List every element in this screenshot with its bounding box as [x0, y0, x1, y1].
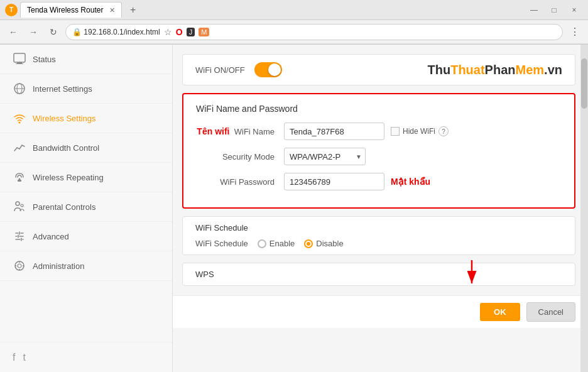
brand-mem: Mem [516, 63, 545, 77]
sidebar-item-status[interactable]: Status [0, 45, 172, 74]
repeating-icon [13, 170, 26, 184]
sidebar-footer: f t [0, 342, 172, 372]
scrollbar[interactable] [580, 45, 588, 372]
twitter-icon[interactable]: t [23, 352, 25, 363]
facebook-icon[interactable]: f [13, 352, 15, 363]
star-icon[interactable]: ☆ [164, 27, 172, 37]
back-button[interactable]: ← [5, 24, 21, 40]
ten-wifi-label: Tên wifi [197, 126, 229, 136]
sidebar-item-advanced[interactable]: Advanced [0, 222, 172, 251]
sidebar-label-parental: Parental Controls [33, 202, 95, 212]
close-button[interactable]: × [565, 4, 583, 16]
svg-rect-1 [17, 62, 22, 63]
new-tab-button[interactable]: + [124, 1, 142, 19]
title-bar: T Tenda Wireless Router × + — □ × [0, 0, 588, 20]
maximize-button[interactable]: □ [545, 4, 563, 16]
wifi-toggle-switch[interactable] [254, 62, 282, 77]
sidebar-item-internet[interactable]: Internet Settings [0, 74, 172, 104]
wifi-name-sublabel: WiFi Name [234, 127, 275, 136]
wifi-toggle-row: WiFi ON/OFF ThuThuatPhanMem.vn [182, 54, 575, 85]
sidebar-label-status: Status [33, 55, 56, 64]
admin-icon [13, 259, 26, 273]
svg-point-9 [16, 202, 19, 205]
wifi-password-label: WiFi Password [196, 177, 284, 187]
schedule-label: WiFi Schedule [195, 239, 248, 248]
brand-thu: Thu [428, 63, 451, 77]
wifi-name-row: Tên wifi WiFi Name Hide WiFi ? [196, 123, 562, 140]
sidebar-label-wireless: Wireless Settings [33, 114, 95, 123]
internet-icon [13, 82, 26, 96]
security-mode-label: Security Mode [196, 152, 284, 161]
nav-bar: ← → ↻ 🔒 192.168.0.1/index.html ☆ O J M ⋮ [0, 20, 588, 44]
wifi-password-row: WiFi Password Mật khẩu [196, 173, 562, 190]
enable-radio[interactable] [258, 239, 266, 248]
sidebar-label-internet: Internet Settings [33, 84, 92, 94]
parental-icon [13, 200, 26, 214]
ext2-icon: M [199, 28, 209, 36]
schedule-enable-option[interactable]: Enable [258, 239, 295, 248]
svg-point-10 [21, 204, 23, 207]
brand-text: ThuThuatPhanMem.vn [428, 63, 562, 77]
browser-tab[interactable]: Tenda Wireless Router × [20, 2, 122, 18]
security-select-wrapper: WPA/WPA2-P WPA WPA2 None ▼ [284, 148, 366, 165]
svg-point-12 [18, 264, 21, 268]
wps-title: WPS [195, 270, 562, 279]
hide-wifi-wrapper: Hide WiFi ? [391, 126, 449, 136]
schedule-disable-option[interactable]: Disable [304, 239, 343, 248]
brand-phan: Phan [485, 63, 516, 77]
svg-rect-2 [16, 63, 23, 64]
url-text: 192.168.0.1/index.html [84, 28, 160, 36]
svg-point-6 [19, 122, 21, 124]
help-icon[interactable]: ? [438, 126, 449, 136]
ok-button[interactable]: OK [480, 303, 520, 321]
status-icon [13, 52, 26, 66]
cancel-button[interactable]: Cancel [526, 302, 575, 322]
tab-close-button[interactable]: × [109, 5, 114, 15]
wps-section: WPS [182, 263, 575, 286]
opera-icon: O [176, 27, 183, 37]
tenda-favicon: T [5, 4, 18, 16]
forward-button[interactable]: → [25, 24, 41, 40]
browser-menu-button[interactable]: ⋮ [567, 24, 583, 40]
bottom-buttons: OK Cancel [173, 295, 588, 328]
sidebar-item-repeating[interactable]: Wireless Repeating [0, 163, 172, 192]
sidebar-label-admin: Administration [33, 261, 84, 271]
hide-wifi-checkbox[interactable] [391, 127, 400, 136]
sidebar-item-admin[interactable]: Administration [0, 251, 172, 281]
lock-icon: 🔒 [72, 28, 82, 36]
disable-radio[interactable] [304, 239, 313, 248]
schedule-radio-row: WiFi Schedule Enable Disable [195, 239, 562, 248]
brand-thuat: Thuat [450, 63, 484, 77]
sidebar-item-bandwidth[interactable]: Bandwidth Control [0, 133, 172, 163]
svg-rect-8 [18, 180, 21, 182]
hide-wifi-label: Hide WiFi [403, 127, 435, 136]
reload-button[interactable]: ↻ [45, 24, 62, 40]
security-mode-select[interactable]: WPA/WPA2-P WPA WPA2 None [284, 148, 366, 165]
address-bar[interactable]: 🔒 192.168.0.1/index.html ☆ O J M [65, 24, 563, 40]
address-bar-icons: ☆ O J M [164, 27, 210, 37]
main-wrapper: WiFi ON/OFF ThuThuatPhanMem.vn WiFi Name… [173, 45, 588, 372]
main-content: WiFi ON/OFF ThuThuatPhanMem.vn WiFi Name… [173, 45, 588, 372]
sidebar-item-wireless[interactable]: Wireless Settings [0, 104, 172, 133]
tab-title: Tenda Wireless Router [27, 6, 103, 14]
ext-icon: J [187, 28, 195, 36]
wifi-name-label: Tên wifi WiFi Name [196, 126, 284, 136]
wifi-name-input[interactable] [284, 123, 384, 140]
scrollbar-thumb[interactable] [581, 58, 587, 109]
toggle-knob [268, 63, 281, 76]
svg-point-11 [15, 261, 24, 270]
advanced-icon [13, 229, 26, 243]
bandwidth-icon [13, 141, 26, 155]
app-layout: Status Internet Settings Wireless Settin… [0, 45, 588, 372]
security-label-text: Security Mode [222, 152, 275, 161]
content-area: WiFi ON/OFF ThuThuatPhanMem.vn WiFi Name… [173, 45, 588, 295]
sidebar: Status Internet Settings Wireless Settin… [0, 45, 173, 372]
wifi-password-input[interactable] [284, 173, 384, 190]
password-label-text: WiFi Password [220, 177, 275, 187]
wifi-toggle-label: WiFi ON/OFF [195, 65, 245, 75]
sidebar-item-parental[interactable]: Parental Controls [0, 192, 172, 222]
browser-chrome: T Tenda Wireless Router × + — □ × ← → ↻ … [0, 0, 588, 45]
wifi-schedule-title: WiFi Schedule [195, 223, 562, 232]
minimize-button[interactable]: — [525, 4, 543, 16]
brand-vn: .vn [544, 63, 562, 77]
